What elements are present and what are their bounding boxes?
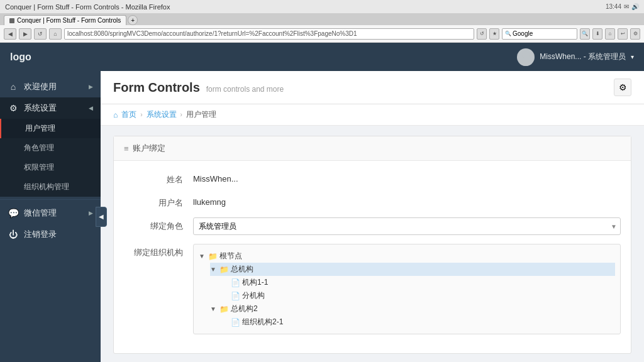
- sidebar-label-welcome: 欢迎使用: [24, 81, 84, 92]
- download-btn[interactable]: ⬇: [592, 28, 602, 40]
- system-arrow: ◀: [89, 105, 93, 111]
- browser-titlebar-icons: 13:44 ✉ 🔊: [606, 3, 639, 10]
- name-label: 姓名: [124, 171, 193, 185]
- page-header: Form Controls form controls and more ⚙: [101, 71, 644, 104]
- tab-favicon: [9, 18, 14, 23]
- sidebar-toggle-btn[interactable]: ◀: [96, 207, 107, 227]
- username-label: 用户名: [124, 194, 193, 209]
- form-row-role: 绑定角色 系统管理员 ▼: [124, 217, 621, 235]
- app-logo: logo: [10, 52, 31, 63]
- org-tree[interactable]: ▼ 📁 根节点 ▼ 📁 总机构: [193, 244, 621, 334]
- sidebar-item-wechat[interactable]: 💬 微信管理 ▶: [0, 202, 101, 224]
- tree-node-org1[interactable]: ▼ 📁 总机构: [210, 263, 615, 276]
- tree-toggle-root[interactable]: ▼: [199, 253, 206, 260]
- tree-node-org1-1[interactable]: ▶ 📄 机构1-1: [221, 276, 615, 289]
- user-mgmt-label: 用户管理: [25, 124, 55, 133]
- browser-tab-active[interactable]: Conquer | Form Stuff - Form Controls: [4, 15, 126, 25]
- history-btn[interactable]: ↩: [618, 28, 628, 40]
- search-btn[interactable]: 🔍: [580, 28, 590, 40]
- tree-toggle-org2-1: ▶: [221, 319, 229, 326]
- tree-node-root[interactable]: ▼ 📁 根节点: [199, 250, 615, 263]
- tree-label-org2-1: 组织机构2-1: [242, 317, 283, 327]
- welcome-icon: ⌂: [8, 82, 19, 92]
- sidebar-subitem-role-mgmt[interactable]: 角色管理: [0, 138, 101, 158]
- email-icon: ✉: [624, 3, 629, 10]
- card-header-icon: ≡: [124, 144, 129, 153]
- breadcrumb-level2: 用户管理: [186, 109, 216, 120]
- bookmarks-btn[interactable]: ⌂: [605, 28, 615, 40]
- sidebar-label-wechat: 微信管理: [24, 207, 84, 219]
- sidebar-subitem-user-mgmt[interactable]: 用户管理: [0, 119, 101, 138]
- username-value: llukemng: [193, 194, 621, 207]
- user-dropdown-arrow[interactable]: ▾: [631, 53, 634, 60]
- role-label: 绑定角色: [124, 217, 193, 232]
- tree-node-branch[interactable]: ▶ 📄 分机构: [221, 289, 615, 302]
- logout-icon: ⏻: [8, 229, 19, 239]
- user-name: MissWhen... - 系统管理员: [540, 52, 626, 62]
- sidebar-subitem-perm-mgmt[interactable]: 权限管理: [0, 158, 101, 177]
- breadcrumb-home-link[interactable]: 首页: [121, 109, 136, 120]
- back-button[interactable]: ◀: [4, 28, 16, 40]
- sidebar-item-system[interactable]: ⚙ 系统设置 ◀: [0, 97, 101, 119]
- name-value: MissWhen...: [193, 171, 621, 184]
- browser-title: Conquer | Form Stuff - Form Controls - M…: [5, 3, 170, 11]
- bookmark-btn[interactable]: ★: [489, 28, 499, 40]
- new-tab-button[interactable]: +: [128, 15, 138, 25]
- tree-children-org2: ▶ 📄 组织机构2-1: [210, 315, 615, 329]
- tree-folder-root: 📁: [208, 252, 218, 261]
- sidebar-item-logout[interactable]: ⏻ 注销登录: [0, 224, 101, 245]
- sidebar-item-welcome[interactable]: ⌂ 欢迎使用 ▶: [0, 76, 101, 97]
- time-display: 13:44: [606, 3, 621, 10]
- reload-button[interactable]: ↺: [34, 28, 47, 40]
- account-binding-card: ≡ 账户绑定 姓名 MissWhen... 用户名 llukemng: [113, 136, 631, 354]
- page-header-left: Form Controls form controls and more: [113, 80, 284, 95]
- sidebar-subitem-org-mgmt[interactable]: 组织机构管理: [0, 177, 101, 197]
- page-gear-button[interactable]: ⚙: [614, 79, 631, 96]
- tree-label-branch: 分机构: [242, 290, 265, 301]
- address-text: localhost:8080/springMVC3Demo/account/au…: [67, 30, 357, 37]
- refresh-btn[interactable]: ↺: [477, 28, 487, 40]
- app-header: logo MissWhen... - 系统管理员 ▾: [0, 43, 644, 71]
- sidebar-divider: [0, 199, 101, 200]
- home-button[interactable]: ⌂: [49, 28, 62, 40]
- tree-node-org2[interactable]: ▼ 📁 总机构2: [210, 302, 615, 315]
- role-mgmt-label: 角色管理: [24, 143, 54, 152]
- address-bar[interactable]: localhost:8080/springMVC3Demo/account/au…: [64, 28, 474, 40]
- forward-button[interactable]: ▶: [19, 28, 31, 40]
- breadcrumb-home-icon[interactable]: ⌂: [113, 111, 118, 119]
- app-wrapper: logo MissWhen... - 系统管理员 ▾ ⌂ 欢迎使用 ▶: [0, 43, 644, 362]
- sidebar: ⌂ 欢迎使用 ▶ ⚙ 系统设置 ◀ 用户管理 角色管理: [0, 71, 101, 362]
- tree-children-org1: ▶ 📄 机构1-1 ▶ 📄 分机构: [210, 276, 615, 302]
- tree-folder-branch: 📄: [231, 292, 240, 300]
- tree-toggle-org2[interactable]: ▼: [210, 305, 218, 312]
- tree-label-root: 根节点: [219, 251, 242, 261]
- tree-toggle-org1-1: ▶: [221, 279, 229, 286]
- org-mgmt-label: 组织机构管理: [24, 182, 69, 191]
- avatar: [517, 48, 535, 66]
- search-bar[interactable]: 🔍 Google: [502, 28, 577, 40]
- tree-toggle-org1[interactable]: ▼: [210, 266, 218, 273]
- tree-label-org1-1: 机构1-1: [242, 277, 268, 288]
- browser-titlebar: Conquer | Form Stuff - Form Controls - M…: [0, 0, 644, 14]
- settings-btn[interactable]: ⚙: [630, 28, 640, 40]
- role-select[interactable]: 系统管理员: [193, 217, 621, 235]
- sidebar-submenu-system: 用户管理 角色管理 权限管理 组织机构管理: [0, 119, 101, 197]
- tree-children-root: ▼ 📁 总机构 ▶ 📄 机构1-1: [199, 263, 615, 329]
- form-row-username: 用户名 llukemng: [124, 194, 621, 209]
- app-header-right: MissWhen... - 系统管理员 ▾: [517, 48, 634, 66]
- sidebar-section-main: ⌂ 欢迎使用 ▶ ⚙ 系统设置 ◀ 用户管理 角色管理: [0, 71, 101, 250]
- page-title-row: Form Controls form controls and more: [113, 80, 284, 95]
- perm-mgmt-label: 权限管理: [24, 163, 54, 172]
- card-body: 姓名 MissWhen... 用户名 llukemng 绑定角色: [114, 161, 631, 353]
- breadcrumb-sep2: ›: [180, 111, 182, 118]
- svg-point-0: [522, 51, 530, 58]
- browser-tabs: Conquer | Form Stuff - Form Controls +: [0, 14, 644, 25]
- tree-node-org2-1[interactable]: ▶ 📄 组织机构2-1: [221, 315, 615, 329]
- breadcrumb-level1[interactable]: 系统设置: [147, 109, 177, 120]
- form-row-name: 姓名 MissWhen...: [124, 171, 621, 185]
- tree-folder-org1: 📁: [219, 265, 229, 274]
- tab-label: Conquer | Form Stuff - Form Controls: [17, 17, 121, 24]
- tree-toggle-branch: ▶: [221, 292, 229, 299]
- app-main: ⌂ 欢迎使用 ▶ ⚙ 系统设置 ◀ 用户管理 角色管理: [0, 71, 644, 362]
- tree-label-org2: 总机构2: [231, 304, 258, 314]
